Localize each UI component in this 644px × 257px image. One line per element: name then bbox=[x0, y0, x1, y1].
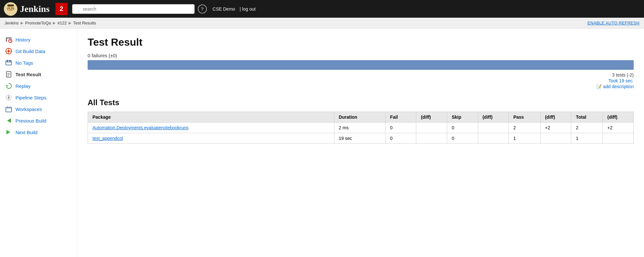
row-1-pass: 1 bbox=[509, 133, 540, 144]
row-1-duration: 19 sec bbox=[334, 133, 385, 144]
tags-icon bbox=[5, 59, 12, 66]
th-pass: Pass bbox=[509, 112, 540, 123]
breadcrumb-sep-1: ▶ bbox=[21, 21, 23, 25]
sidebar-label-test-result: Test Result bbox=[15, 72, 41, 77]
svg-point-16 bbox=[8, 50, 10, 52]
add-description-link[interactable]: 📝 add description bbox=[88, 84, 634, 89]
sidebar-item-test-result[interactable]: Test Result bbox=[0, 69, 77, 80]
row-0-package: Automation.Deployments.evaluatenotebookr… bbox=[88, 123, 334, 133]
svg-rect-31 bbox=[6, 107, 12, 109]
search-input[interactable] bbox=[72, 4, 195, 14]
all-tests-title: All Tests bbox=[88, 98, 634, 107]
row-1-pass-diff bbox=[540, 133, 571, 144]
svg-rect-17 bbox=[6, 61, 12, 65]
row-1-skip: 0 bbox=[447, 133, 478, 144]
row-0-skip: 0 bbox=[447, 123, 478, 133]
logo-icon bbox=[4, 2, 17, 16]
sidebar-label-no-tags: No Tags bbox=[15, 60, 33, 66]
main-layout: History Git Build Data No Tags Test Resu… bbox=[0, 29, 644, 257]
row-0-package-link[interactable]: Automation.Deployments.evaluatenotebookr… bbox=[92, 125, 188, 130]
svg-marker-25 bbox=[6, 85, 8, 87]
sidebar-item-previous-build[interactable]: Previous Build bbox=[0, 115, 77, 126]
table-header-row: Package Duration Fail (diff) Skip (diff)… bbox=[88, 112, 634, 123]
logout-link[interactable]: | log out bbox=[240, 6, 256, 12]
page-title: Test Result bbox=[88, 36, 634, 48]
svg-rect-19 bbox=[7, 60, 8, 62]
sidebar-label-git: Git Build Data bbox=[15, 49, 45, 54]
sidebar-label-replay: Replay bbox=[15, 83, 31, 89]
sidebar-label-previous: Previous Build bbox=[15, 118, 46, 124]
sidebar-label-history: History bbox=[15, 37, 31, 42]
content-area: Test Result 0 failures (±0) 3 tests (-2)… bbox=[77, 29, 644, 257]
logo[interactable]: Jenkins bbox=[4, 2, 50, 16]
git-icon bbox=[5, 48, 12, 55]
th-package: Package bbox=[88, 112, 334, 123]
edit-icon: 📝 bbox=[596, 84, 602, 89]
breadcrumb-jenkins[interactable]: Jenkins bbox=[5, 21, 19, 25]
svg-rect-9 bbox=[6, 37, 7, 42]
svg-marker-34 bbox=[7, 118, 11, 123]
help-icon[interactable]: ? bbox=[198, 5, 207, 14]
svg-rect-2 bbox=[7, 5, 14, 6]
sidebar-item-history[interactable]: History bbox=[0, 34, 77, 45]
took-link[interactable]: Took 19 sec. bbox=[608, 78, 634, 83]
th-fail: Fail bbox=[385, 112, 416, 123]
sidebar: History Git Build Data No Tags Test Resu… bbox=[0, 29, 77, 257]
row-0-duration: 2 ms bbox=[334, 123, 385, 133]
breadcrumb-test-results[interactable]: Test Results bbox=[73, 21, 96, 25]
notification-badge[interactable]: 2 bbox=[55, 3, 68, 15]
sidebar-item-next-build[interactable]: Next Build bbox=[0, 126, 77, 138]
svg-rect-7 bbox=[13, 7, 14, 10]
test-count: 3 tests (-2) bbox=[88, 72, 634, 78]
th-total-diff: (diff) bbox=[603, 112, 634, 123]
svg-point-27 bbox=[8, 96, 10, 98]
sidebar-item-no-tags[interactable]: No Tags bbox=[0, 57, 77, 69]
th-total: Total bbox=[571, 112, 603, 123]
row-1-package-link[interactable]: test_appendcol bbox=[92, 136, 123, 141]
sidebar-item-workspaces[interactable]: Workspaces bbox=[0, 103, 77, 115]
sidebar-item-pipeline-steps[interactable]: Pipeline Steps bbox=[0, 92, 77, 103]
th-skip-diff: (diff) bbox=[478, 112, 509, 123]
th-pass-diff: (diff) bbox=[540, 112, 571, 123]
took-time: Took 19 sec. bbox=[88, 78, 634, 83]
th-duration: Duration bbox=[334, 112, 385, 123]
row-0-pass: 2 bbox=[509, 123, 540, 133]
sidebar-item-git-build-data[interactable]: Git Build Data bbox=[0, 45, 77, 57]
svg-point-3 bbox=[9, 7, 10, 9]
th-skip: Skip bbox=[447, 112, 478, 123]
table-row: test_appendcol19 sec0011 bbox=[88, 133, 634, 144]
row-0-skip-diff bbox=[478, 123, 509, 133]
logout-label: log out bbox=[242, 6, 255, 12]
row-1-fail: 0 bbox=[385, 133, 416, 144]
row-0-fail: 0 bbox=[385, 123, 416, 133]
svg-rect-21 bbox=[6, 71, 11, 77]
header-username: CSE Demo bbox=[213, 6, 235, 12]
auto-refresh-link[interactable]: ENABLE AUTO REFRESH bbox=[587, 21, 639, 25]
table-row: Automation.Deployments.evaluatenotebookr… bbox=[88, 123, 634, 133]
results-table: Package Duration Fail (diff) Skip (diff)… bbox=[88, 112, 634, 144]
history-icon bbox=[5, 36, 12, 43]
row-1-fail-diff bbox=[416, 133, 447, 144]
add-description-label: add description bbox=[603, 84, 634, 89]
test-progress-bar bbox=[88, 60, 634, 70]
sidebar-item-replay[interactable]: Replay bbox=[0, 80, 77, 92]
sidebar-label-next: Next Build bbox=[15, 130, 37, 135]
row-1-package: test_appendcol bbox=[88, 133, 334, 144]
breadcrumb-sep-3: ▶ bbox=[69, 21, 71, 25]
breadcrumb: Jenkins ▶ PromoteToQa ▶ #122 ▶ Test Resu… bbox=[0, 18, 644, 29]
row-0-total-diff: +2 bbox=[603, 123, 634, 133]
header: Jenkins 2 🔍 ? CSE Demo | log out bbox=[0, 0, 644, 18]
search-wrap: 🔍 bbox=[72, 4, 195, 14]
svg-rect-6 bbox=[7, 7, 8, 10]
pipeline-icon bbox=[5, 94, 12, 101]
add-description-wrap: 📝 add description bbox=[88, 84, 634, 89]
replay-icon bbox=[5, 82, 12, 89]
svg-point-4 bbox=[11, 7, 13, 9]
th-fail-diff: (diff) bbox=[416, 112, 447, 123]
breadcrumb-promotetoga[interactable]: PromoteToQa bbox=[25, 21, 51, 25]
breadcrumb-build[interactable]: #122 bbox=[57, 21, 67, 25]
row-1-total-diff bbox=[603, 133, 634, 144]
sidebar-label-workspaces: Workspaces bbox=[15, 106, 42, 112]
tests-count-text: 3 tests (-2) bbox=[612, 72, 634, 78]
svg-rect-20 bbox=[9, 60, 11, 62]
